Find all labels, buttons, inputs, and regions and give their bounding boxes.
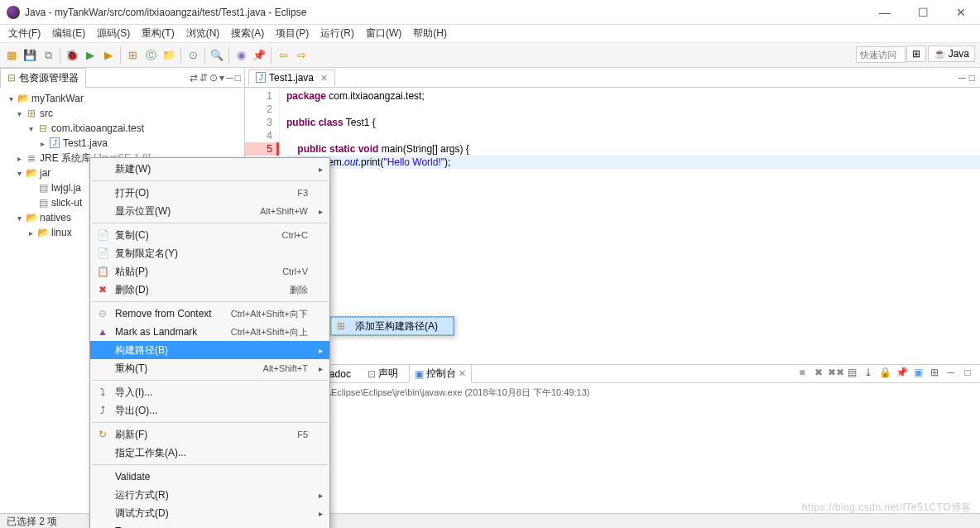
- menu-file[interactable]: 文件(F): [3, 25, 46, 42]
- menu-search[interactable]: 搜索(A): [226, 25, 269, 42]
- close-tab-icon[interactable]: ✕: [320, 73, 328, 84]
- console-scroll-icon[interactable]: ⤓: [861, 367, 876, 378]
- forward-icon[interactable]: ⇨: [293, 47, 310, 64]
- console-removeall-icon[interactable]: ✖✖: [828, 367, 843, 378]
- copy-icon: 📄: [95, 229, 110, 241]
- landmark-icon: ▲: [95, 326, 110, 338]
- submenu-add-to-buildpath[interactable]: ⊞添加至构建路径(A): [331, 317, 454, 335]
- watermark: https://blog.csdn.net/ITe51CTO博客: [802, 501, 972, 515]
- menu-refactor[interactable]: 重构(T): [137, 25, 179, 42]
- new-pkg-icon[interactable]: ⊞: [124, 47, 141, 64]
- editor-min-icon[interactable]: ─: [958, 72, 966, 84]
- ctx-removectx[interactable]: ⊖Remove from ContextCtrl+Alt+Shift+向下: [90, 305, 329, 323]
- open-type-icon[interactable]: ⊙: [185, 47, 201, 64]
- new-class-icon[interactable]: Ⓒ: [142, 47, 159, 64]
- tab-declaration[interactable]: ⊡声明: [362, 364, 404, 383]
- link-editor-icon[interactable]: ⇵: [199, 72, 208, 84]
- console-display-icon[interactable]: ▣: [910, 367, 925, 378]
- console-remove-icon[interactable]: ✖: [811, 367, 826, 378]
- tree-src[interactable]: ▾⊞src: [2, 106, 243, 121]
- ctx-refresh[interactable]: ↻刷新(F)F5: [90, 425, 329, 444]
- task-icon[interactable]: ◉: [233, 47, 249, 64]
- focus-icon[interactable]: ⊙: [209, 72, 218, 84]
- maximize-button[interactable]: ☐: [910, 7, 935, 18]
- java-perspective-button[interactable]: ☕Java: [928, 46, 975, 62]
- ctx-import[interactable]: ⤵导入(I)...: [90, 383, 329, 401]
- console-pin-icon[interactable]: 📌: [894, 367, 909, 378]
- min-icon[interactable]: ─: [226, 72, 233, 84]
- ctx-refactor[interactable]: 重构(T)Alt+Shift+T▸: [90, 359, 329, 377]
- menu-navigate[interactable]: 浏览(N): [181, 25, 225, 42]
- extern-icon[interactable]: ▶: [100, 47, 117, 64]
- export-icon: ⤴: [95, 405, 110, 416]
- context-menu: 新建(W)▸ 打开(O)F3 显示位置(W)Alt+Shift+W▸ 📄复制(C…: [89, 157, 330, 528]
- explorer-tab[interactable]: ⊟包资源管理器: [0, 68, 86, 89]
- view-menu-icon[interactable]: ▾: [219, 72, 224, 84]
- collapse-all-icon[interactable]: ⇄: [190, 72, 198, 84]
- debug-icon[interactable]: 🐞: [64, 47, 80, 64]
- ctx-copyq[interactable]: 📄复制限定名(Y): [90, 244, 329, 262]
- open-perspective-button[interactable]: ⊞: [906, 46, 926, 62]
- quick-access-input[interactable]: [856, 46, 906, 63]
- window-title: Java - myTankWar/src/com/itxiaoangzai/te…: [25, 7, 872, 18]
- ctx-export[interactable]: ⤴导出(O)...: [90, 401, 329, 420]
- ctx-delete[interactable]: ✖删除(D)删除: [90, 281, 329, 299]
- editor-tab[interactable]: 🄹Test1.java✕: [248, 70, 335, 86]
- ctx-runas[interactable]: 运行方式(R)▸: [90, 486, 329, 504]
- tree-package[interactable]: ▾⊟com.itxiaoangzai.test: [2, 121, 243, 136]
- delete-icon: ✖: [95, 284, 110, 295]
- console-clear-icon[interactable]: ▤: [844, 367, 859, 378]
- search-icon[interactable]: 🔍: [209, 47, 225, 64]
- ctx-workingset[interactable]: 指定工作集(A)...: [90, 444, 329, 462]
- console-output: a 应用程序] E:\java\Eclipse\Eclipse\jre\bin\…: [245, 383, 980, 402]
- buildpath-submenu: ⊞添加至构建路径(A): [330, 316, 454, 336]
- ctx-new[interactable]: 新建(W)▸: [90, 160, 329, 178]
- ctx-open[interactable]: 打开(O)F3: [90, 184, 329, 202]
- copy-qualified-icon: 📄: [95, 247, 110, 259]
- run-icon[interactable]: ▶: [82, 47, 98, 64]
- new-icon[interactable]: ▦: [3, 47, 20, 64]
- menu-edit[interactable]: 编辑(E): [47, 25, 90, 42]
- tree-project[interactable]: ▾📂myTankWar: [2, 91, 243, 106]
- ctx-buildpath[interactable]: 构建路径(B)▸: [90, 341, 329, 359]
- close-button[interactable]: ✕: [949, 7, 973, 18]
- back-icon[interactable]: ⇦: [275, 47, 291, 64]
- add-buildpath-icon: ⊞: [337, 320, 345, 332]
- tree-file[interactable]: ▸🄹Test1.java: [2, 136, 243, 151]
- saveall-icon[interactable]: ⧉: [40, 47, 56, 64]
- console-open-icon[interactable]: ⊞: [927, 367, 942, 378]
- eclipse-icon: [7, 6, 20, 19]
- ctx-showin[interactable]: 显示位置(W)Alt+Shift+W▸: [90, 202, 329, 220]
- ctx-debugas[interactable]: 调试方式(D)▸: [90, 504, 329, 522]
- ctx-validate[interactable]: Validate: [90, 468, 329, 486]
- menu-project[interactable]: 项目(P): [271, 25, 314, 42]
- console-lock-icon[interactable]: 🔒: [877, 367, 892, 378]
- console-pane: ⊘问题 @Javadoc ⊡声明 ▣控制台✕ ■ ✖ ✖✖ ▤ ⤓ 🔒 📌 ▣ …: [245, 364, 980, 513]
- tab-console[interactable]: ▣控制台✕: [409, 364, 472, 383]
- titlebar: Java - myTankWar/src/com/itxiaoangzai/te…: [0, 0, 980, 25]
- editor-area: 🄹Test1.java✕ ─□ 1 2 3 4 5 6 package com.…: [245, 68, 980, 513]
- menu-window[interactable]: 窗口(W): [361, 25, 406, 42]
- console-max-icon[interactable]: □: [960, 367, 975, 378]
- ctx-landmark[interactable]: ▲Mark as LandmarkCtrl+Alt+Shift+向上: [90, 323, 329, 341]
- ctx-team[interactable]: Team▸: [90, 522, 329, 528]
- close-console-icon[interactable]: ✕: [459, 368, 466, 379]
- refresh-icon: ↻: [95, 429, 110, 440]
- max-icon[interactable]: □: [235, 72, 241, 84]
- save-icon[interactable]: 💾: [22, 47, 38, 64]
- new-folder-icon[interactable]: 📁: [161, 47, 177, 64]
- menu-source[interactable]: 源码(S): [92, 25, 135, 42]
- ctx-paste[interactable]: 📋粘贴(P)Ctrl+V: [90, 262, 329, 281]
- menu-run[interactable]: 运行(R): [315, 25, 359, 42]
- menu-help[interactable]: 帮助(H): [408, 25, 452, 42]
- console-stop-icon[interactable]: ■: [795, 367, 809, 378]
- menubar: 文件(F) 编辑(E) 源码(S) 重构(T) 浏览(N) 搜索(A) 项目(P…: [0, 25, 980, 43]
- ctx-copy[interactable]: 📄复制(C)Ctrl+C: [90, 226, 329, 244]
- toolbar: ▦ 💾 ⧉ 🐞 ▶ ▶ ⊞ Ⓒ 📁 ⊙ 🔍 ◉ 📌 ⇦ ⇨ ⊞ ☕Java: [0, 43, 980, 68]
- pin-icon[interactable]: 📌: [251, 47, 267, 64]
- code-editor[interactable]: 1 2 3 4 5 6 package com.itxiaoangzai.tes…: [245, 88, 980, 245]
- paste-icon: 📋: [95, 266, 110, 277]
- minimize-button[interactable]: —: [872, 7, 897, 18]
- editor-max-icon[interactable]: □: [969, 72, 975, 84]
- console-min-icon[interactable]: ─: [944, 367, 958, 378]
